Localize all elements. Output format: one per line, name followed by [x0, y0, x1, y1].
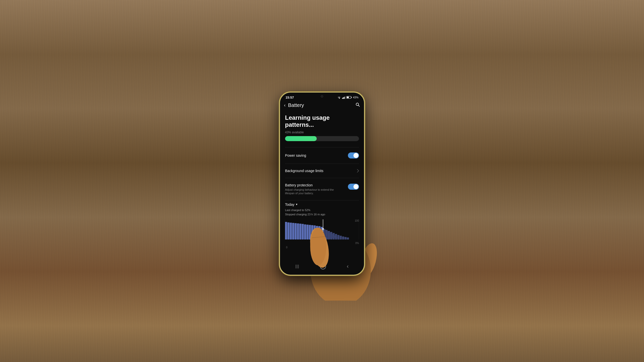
battery-protection-label: Battery protection: [285, 183, 345, 187]
phone: 15:57: [279, 92, 365, 275]
battery-percent-status: 43%: [353, 96, 358, 99]
svg-rect-30: [311, 225, 313, 239]
recent-apps-button[interactable]: |||: [295, 264, 299, 269]
today-header[interactable]: Today ▼: [285, 203, 359, 207]
y-axis-bottom-label: 0%: [355, 242, 359, 245]
svg-rect-33: [318, 226, 320, 239]
power-saving-item[interactable]: Power saving: [285, 148, 359, 163]
battery-protection-knob: [353, 184, 358, 189]
svg-rect-42: [337, 235, 339, 239]
battery-available: 43% available: [285, 131, 359, 134]
svg-rect-22: [292, 223, 294, 239]
main-content: Learning usage patterns... 43% available…: [280, 110, 364, 260]
battery-bar-fill: [285, 136, 317, 141]
svg-rect-40: [333, 233, 335, 239]
power-saving-toggle[interactable]: [348, 152, 359, 158]
svg-rect-20: [287, 222, 289, 239]
nav-header: ‹ Battery: [280, 100, 364, 110]
back-button[interactable]: ‹: [284, 103, 286, 108]
svg-rect-7: [342, 98, 343, 99]
svg-rect-26: [302, 224, 304, 239]
phone-wrapper: 15:57: [279, 92, 365, 275]
svg-rect-41: [335, 234, 337, 239]
svg-rect-9: [344, 97, 345, 99]
bottom-navigation: ||| ‹: [280, 260, 364, 275]
y-axis-top-label: 100: [355, 219, 359, 222]
battery-protection-toggle[interactable]: [348, 184, 359, 190]
today-label: Today: [285, 203, 294, 207]
background-usage-label: Background usage limits: [285, 169, 324, 173]
page-title: Battery: [288, 102, 355, 108]
screen: 15:57: [280, 93, 364, 275]
today-dropdown-arrow: ▼: [295, 203, 298, 206]
wifi-icon: [337, 96, 341, 99]
battery-heading: Learning usage patterns...: [285, 114, 359, 129]
home-button[interactable]: [320, 263, 326, 269]
divider-1: [285, 147, 359, 147]
svg-rect-43: [340, 236, 342, 239]
svg-rect-44: [342, 236, 344, 239]
svg-rect-8: [343, 97, 344, 99]
svg-rect-10: [345, 96, 345, 99]
svg-rect-24: [297, 223, 299, 239]
signal-icon: [342, 96, 345, 99]
svg-rect-28: [306, 225, 308, 239]
svg-rect-32: [316, 226, 318, 239]
svg-rect-31: [313, 225, 315, 239]
svg-rect-23: [295, 223, 297, 239]
battery-protection-item[interactable]: Battery protection Adjust charging behav…: [285, 179, 359, 199]
svg-rect-46: [347, 237, 349, 239]
toggle-knob: [353, 153, 358, 158]
chevron-right-icon: [357, 169, 359, 173]
power-saving-label-group: Power saving: [285, 153, 306, 157]
svg-rect-21: [290, 223, 292, 239]
svg-rect-29: [309, 225, 311, 239]
battery-protection-label-group: Battery protection Adjust charging behav…: [285, 183, 348, 195]
power-saving-label: Power saving: [285, 153, 306, 157]
svg-rect-45: [344, 237, 346, 239]
search-button[interactable]: [355, 102, 360, 108]
divider-2: [285, 164, 359, 164]
svg-line-15: [358, 105, 360, 107]
svg-rect-25: [299, 224, 301, 239]
x-label-0: 0: [286, 246, 288, 249]
svg-rect-38: [328, 231, 330, 239]
svg-point-48: [322, 228, 324, 230]
battery-protection-sublabel: Adjust charging behaviour to extend the …: [285, 188, 335, 195]
x-label-12: 12: [321, 246, 324, 249]
svg-rect-19: [285, 222, 287, 239]
background-usage-item[interactable]: Background usage limits: [285, 165, 359, 177]
search-icon: [355, 102, 360, 107]
chart-x-labels: 0 12: [285, 246, 359, 249]
battery-progress-bar: [285, 136, 359, 141]
divider-4: [285, 200, 359, 200]
status-icons: 43%: [337, 96, 358, 99]
divider-3: [285, 178, 359, 178]
svg-rect-27: [304, 224, 306, 239]
battery-chart: 100: [285, 219, 359, 250]
svg-rect-37: [326, 230, 328, 239]
back-nav-button[interactable]: ‹: [347, 263, 348, 270]
camera-notch: [321, 95, 323, 98]
charge-line2: Stopped charging 23 h 16 m ago: [285, 212, 359, 217]
battery-icon: [346, 96, 352, 99]
status-time: 15:57: [286, 96, 294, 99]
svg-rect-13: [347, 97, 349, 98]
charge-line1: Last charged to 52%: [285, 208, 359, 213]
today-section: Today ▼ Last charged to 52% Stopped char…: [285, 203, 359, 250]
svg-rect-12: [351, 97, 352, 98]
chart-svg: [285, 219, 359, 245]
charge-info: Last charged to 52% Stopped charging 23 …: [285, 208, 359, 217]
svg-rect-39: [330, 232, 332, 239]
svg-rect-35: [323, 229, 325, 239]
